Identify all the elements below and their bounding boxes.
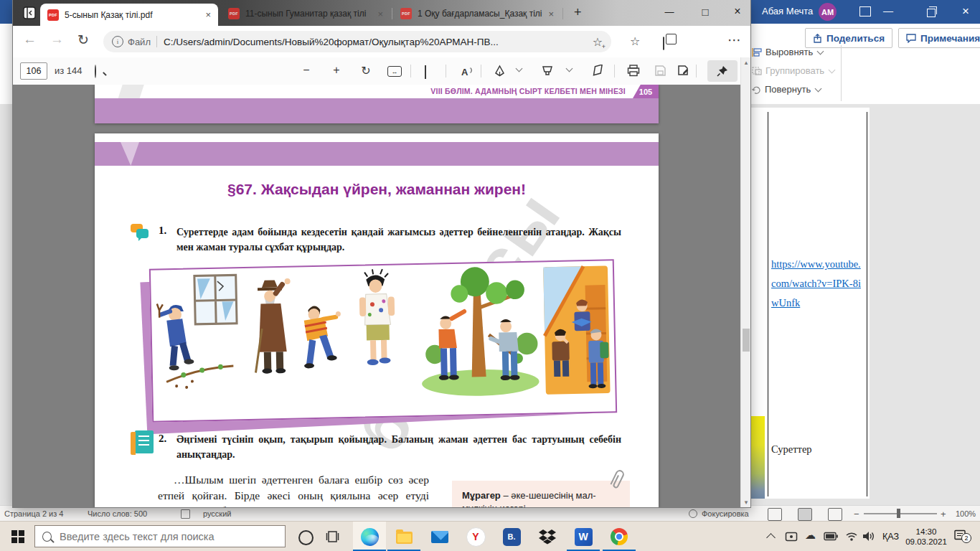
glossary-box: Мұрагер – әке-шешесінің мал-мүлкінің иег… [452, 481, 630, 507]
tray-expand-icon[interactable] [766, 533, 776, 542]
zoom-slider[interactable] [864, 513, 937, 514]
back-icon[interactable]: ← [23, 32, 37, 47]
zoom-out-icon[interactable]: − [854, 509, 859, 519]
reload-icon[interactable]: ↻ [77, 32, 89, 48]
align-icon [752, 48, 762, 57]
youtube-link[interactable]: https://www.youtube.com/watch?v=IPK-8iwU… [771, 255, 864, 313]
tab-inactive[interactable]: PDF 11-сынып Гуманитар қазақ тілі × [222, 4, 389, 24]
action-center[interactable]: 2 [954, 529, 967, 541]
browser-minimize-button[interactable]: — [661, 6, 678, 17]
tab-close-icon[interactable]: × [548, 9, 554, 19]
taskbar-word[interactable]: W [567, 522, 600, 551]
taskbar-yandex[interactable]: Y [459, 522, 492, 551]
draw-icon[interactable] [494, 65, 506, 77]
browser-close-button[interactable]: × [729, 5, 746, 18]
word-page[interactable]: https://www.youtube.com/watch?v=IPK-8iwU… [730, 108, 870, 499]
erase-icon[interactable] [591, 65, 605, 76]
search-icon [42, 532, 52, 542]
avatar[interactable]: AM [819, 3, 837, 21]
tab-close-icon[interactable]: × [377, 9, 383, 19]
word-close-button[interactable]: × [958, 4, 973, 19]
print-layout-icon[interactable] [798, 508, 812, 521]
chevron-down-icon[interactable] [516, 65, 523, 72]
start-button[interactable] [11, 530, 24, 543]
wifi-icon[interactable] [845, 530, 858, 542]
word-minimize-button[interactable]: — [881, 5, 895, 17]
print-icon[interactable] [627, 65, 640, 77]
search-icon[interactable] [95, 65, 96, 78]
focus-mode[interactable]: Фокусировка [702, 509, 749, 518]
tab-close-icon[interactable]: × [205, 10, 211, 19]
clock[interactable]: 14:30 09.03.2021 [905, 527, 947, 547]
group-label: Группировать [765, 65, 824, 76]
more-menu-icon[interactable]: ⋯ [727, 32, 741, 48]
zoom-out-icon[interactable]: − [300, 64, 313, 77]
toolbar-separator [410, 65, 411, 77]
taskbar-chrome[interactable] [603, 522, 636, 551]
save-icon[interactable] [654, 65, 666, 77]
word-restore-button[interactable] [927, 9, 936, 17]
favorites-icon[interactable]: ☆ [630, 34, 640, 48]
taskbar-vk[interactable]: B. [495, 522, 528, 551]
meet-now-icon[interactable] [785, 531, 798, 542]
align-menu[interactable]: Выровнять [752, 47, 823, 57]
pin-toolbar-button[interactable] [707, 60, 738, 82]
taskbar-search[interactable] [34, 525, 286, 547]
page-view-icon[interactable] [425, 65, 426, 79]
info-icon[interactable]: i [112, 36, 123, 47]
rotate-menu[interactable]: Повернуть [752, 84, 821, 95]
fit-width-icon[interactable]: ↔ [387, 66, 402, 77]
address-bar[interactable]: i Файл C:/Users/admin/Documents/Новый%20… [103, 31, 611, 52]
tab-active[interactable]: PDF 5-сынып Қазақ тілі.pdf × [40, 4, 218, 26]
ribbon-display-options-icon[interactable] [859, 6, 871, 17]
language-indicator[interactable]: ҚАЗ [882, 532, 899, 542]
battery-icon[interactable] [824, 532, 838, 541]
scroll-up-icon[interactable]: ▴ [741, 59, 751, 66]
web-layout-icon[interactable] [828, 508, 842, 521]
rotate-icon[interactable]: ↻ [359, 64, 372, 77]
vertical-tabs-icon[interactable] [23, 6, 36, 19]
taskbar-dropbox[interactable] [531, 522, 564, 551]
zoom-slider-thumb[interactable] [897, 509, 900, 518]
yandex-icon: Y [466, 527, 486, 547]
zoom-in-icon[interactable]: + [330, 64, 343, 77]
highlight-icon[interactable] [541, 65, 554, 77]
scrollbar[interactable]: ▴ ▾ [740, 57, 750, 507]
tab-inactive[interactable]: PDF 1 Оқу бағдарламасы_Қазақ тілі × [395, 4, 560, 24]
taskbar-mail[interactable] [423, 522, 456, 551]
taskbar-edge[interactable] [353, 522, 386, 551]
word-account-name[interactable]: Абая Мечта [762, 6, 813, 17]
volume-icon[interactable] [862, 530, 875, 542]
group-menu[interactable]: Группировать [752, 65, 834, 76]
onedrive-icon[interactable]: ☁ [805, 529, 816, 542]
read-mode-icon[interactable] [768, 508, 782, 521]
read-aloud-icon[interactable]: A [461, 67, 473, 77]
scrollbar-thumb[interactable] [743, 329, 750, 352]
comments-button[interactable]: Примечания [898, 28, 980, 48]
zoom-in-icon[interactable]: + [941, 509, 946, 519]
new-tab-button[interactable]: + [574, 5, 582, 20]
taskbar-explorer[interactable] [387, 522, 420, 551]
chapter-header: VIII БӨЛІМ. АДАМНЫҢ СЫРТ КЕЛБЕТІ МЕН МІН… [430, 87, 626, 95]
task-view-icon[interactable] [326, 531, 339, 542]
collections-icon[interactable] [663, 37, 664, 50]
proofing-icon[interactable] [181, 509, 190, 519]
edge-icon [361, 528, 379, 546]
page-number-input[interactable]: 106 [20, 62, 47, 80]
word-wordcount[interactable]: Число слов: 500 [88, 509, 147, 518]
search-input[interactable] [58, 530, 278, 543]
share-button[interactable]: Поделиться [805, 28, 892, 48]
cortana-icon[interactable] [298, 530, 314, 545]
word-page-status[interactable]: Страница 2 из 4 [4, 509, 63, 518]
scroll-down-icon[interactable]: ▾ [741, 499, 751, 506]
word-language[interactable]: русский [203, 509, 231, 518]
browser-maximize-button[interactable]: □ [697, 6, 714, 18]
pictures-caption[interactable]: Суреттер [771, 443, 812, 456]
forward-icon[interactable]: → [50, 32, 64, 47]
chevron-down-icon[interactable] [566, 65, 573, 72]
zoom-percent[interactable]: 100% [956, 509, 976, 518]
add-favorite-icon[interactable]: ☆ [593, 35, 603, 49]
pdf-viewport[interactable]: VIII БӨЛІМ. АДАМНЫҢ СЫРТ КЕЛБЕТІ МЕН МІН… [13, 85, 740, 507]
url-text[interactable]: C:/Users/admin/Documents/Новый%20формат/… [164, 37, 593, 47]
save-as-icon[interactable] [677, 65, 690, 77]
